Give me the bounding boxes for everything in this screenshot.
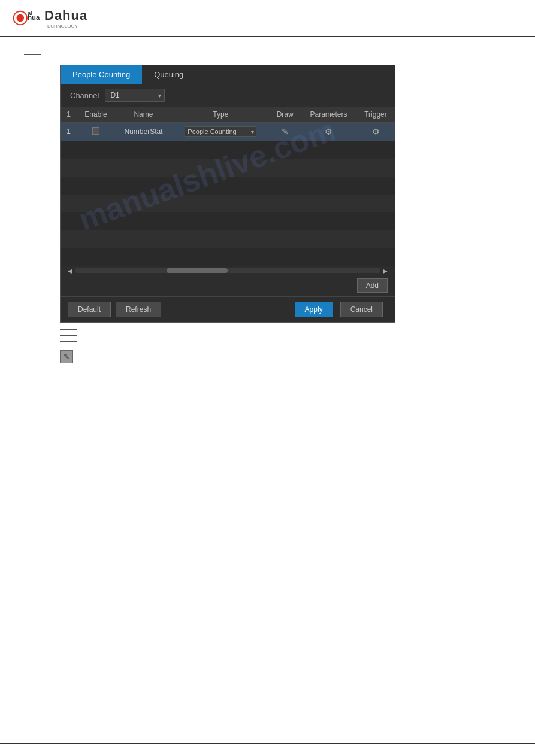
page-footer-line bbox=[0, 743, 535, 744]
add-button-area: Add bbox=[61, 275, 395, 296]
horizontal-scrollbar[interactable]: ◀ ▶ bbox=[61, 266, 395, 275]
channel-row: Channel D1 D2 D3 D4 bbox=[61, 84, 395, 107]
channel-label: Channel bbox=[70, 91, 99, 100]
dialog: People Counting Queuing Channel D1 D2 D3… bbox=[60, 65, 395, 323]
col-draw: Draw bbox=[269, 107, 301, 123]
dialog-tabs: People Counting Queuing bbox=[61, 65, 395, 84]
col-type: Type bbox=[172, 107, 269, 123]
col-name: Name bbox=[115, 107, 172, 123]
table-row bbox=[61, 212, 395, 230]
parameters-button[interactable]: ⚙ bbox=[322, 126, 335, 138]
table-row bbox=[61, 177, 395, 195]
enable-checkbox[interactable] bbox=[92, 127, 99, 135]
table-row bbox=[61, 141, 395, 159]
scroll-thumb[interactable] bbox=[167, 268, 228, 273]
dahua-logo-icon: hua al bbox=[12, 6, 42, 30]
table-row bbox=[61, 159, 395, 177]
line-marker-1 bbox=[24, 54, 41, 55]
add-button[interactable]: Add bbox=[357, 278, 388, 293]
row-enable[interactable] bbox=[77, 123, 115, 141]
draw-icon-reference: ✎ bbox=[60, 347, 511, 367]
svg-text:al: al bbox=[28, 10, 32, 16]
row-parameters[interactable]: ⚙ bbox=[301, 123, 356, 141]
line-marker-4 bbox=[60, 341, 77, 342]
col-num: 1 bbox=[61, 107, 77, 123]
default-button[interactable]: Default bbox=[68, 302, 111, 317]
channel-select[interactable]: D1 D2 D3 D4 bbox=[105, 89, 165, 102]
type-select[interactable]: People Counting Flow Counting bbox=[185, 126, 256, 137]
line-marker-3 bbox=[60, 335, 77, 336]
dialog-footer: Default Refresh Apply Cancel bbox=[61, 296, 395, 322]
scroll-right-arrow[interactable]: ▶ bbox=[380, 268, 390, 274]
cancel-button[interactable]: Cancel bbox=[340, 302, 383, 317]
table-row: 1 NumberStat People Counting Flow Counti… bbox=[61, 123, 395, 141]
logo-text: Dahua bbox=[44, 8, 87, 23]
rules-table: 1 Enable Name Type Draw Parameters Trigg… bbox=[61, 107, 395, 266]
channel-select-wrap[interactable]: D1 D2 D3 D4 bbox=[105, 89, 165, 102]
pencil-icon: ✎ bbox=[64, 353, 69, 361]
refresh-button[interactable]: Refresh bbox=[116, 302, 161, 317]
col-enable: Enable bbox=[77, 107, 115, 123]
annotation-section: ✎ bbox=[60, 329, 511, 367]
table-row bbox=[61, 230, 395, 248]
logo-tagline: TECHNOLOGY bbox=[44, 23, 87, 29]
table-row bbox=[61, 248, 395, 266]
svg-point-1 bbox=[17, 14, 25, 22]
col-parameters: Parameters bbox=[301, 107, 356, 123]
page-header: hua al Dahua TECHNOLOGY bbox=[0, 0, 535, 37]
row-name: NumberStat bbox=[115, 123, 172, 141]
tab-people-counting[interactable]: People Counting bbox=[61, 65, 142, 84]
logo: hua al Dahua TECHNOLOGY bbox=[12, 6, 87, 30]
main-content: manualshlive.com People Counting Queuing… bbox=[0, 37, 535, 379]
table-header-row: 1 Enable Name Type Draw Parameters Trigg… bbox=[61, 107, 395, 123]
apply-button[interactable]: Apply bbox=[295, 302, 333, 317]
trigger-button[interactable]: ⚙ bbox=[370, 126, 382, 138]
scroll-track[interactable] bbox=[75, 268, 380, 273]
row-type[interactable]: People Counting Flow Counting bbox=[172, 123, 269, 141]
type-select-wrap[interactable]: People Counting Flow Counting bbox=[185, 126, 256, 137]
tab-queuing[interactable]: Queuing bbox=[142, 65, 195, 84]
scroll-left-arrow[interactable]: ◀ bbox=[65, 268, 75, 274]
row-num: 1 bbox=[61, 123, 77, 141]
pencil-icon-box: ✎ bbox=[60, 350, 73, 363]
row-draw[interactable]: ✎ bbox=[269, 123, 301, 141]
line-marker-2 bbox=[60, 329, 77, 330]
col-trigger: Trigger bbox=[356, 107, 395, 123]
table-row bbox=[61, 195, 395, 212]
row-trigger[interactable]: ⚙ bbox=[356, 123, 395, 141]
draw-button[interactable]: ✎ bbox=[279, 126, 291, 138]
